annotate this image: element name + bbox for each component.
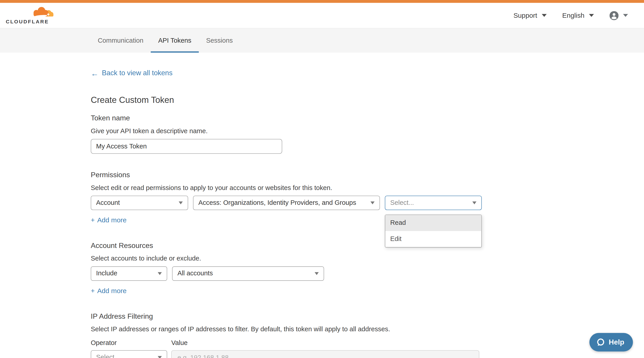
tab-communication[interactable]: Communication [90,28,151,53]
support-menu[interactable]: Support [514,12,546,19]
logo-wordmark: CLOUDFLARE [6,19,53,25]
token-name-description: Give your API token a descriptive name. [91,127,644,135]
language-label: English [562,12,584,19]
chevron-down-icon [472,201,476,204]
help-button[interactable]: Help [590,333,633,351]
header: CLOUDFLARE Support English [0,3,644,28]
account-resources-row: Include All accounts [91,266,644,280]
menu-option-read[interactable]: Read [385,215,481,231]
permissions-description: Select edit or read permissions to apply… [91,184,644,191]
back-link[interactable]: ← Back to view all tokens [91,69,172,78]
ip-filtering-description: Select IP addresses or ranges of IP addr… [91,325,644,333]
cloudflare-cloud-icon [30,6,54,18]
chevron-down-icon [542,14,546,17]
value-label: Value [171,339,188,346]
ip-filtering-section: IP Address Filtering Select IP addresses… [91,312,644,358]
token-name-heading: Token name [91,114,644,122]
account-resources-heading: Account Resources [91,241,644,250]
resource-mode-dropdown[interactable]: Include [91,266,167,280]
permissions-row: Account Access: Organizations, Identity … [91,195,644,210]
permission-level-dropdown[interactable]: Select... [385,195,482,210]
permission-group-dropdown[interactable]: Access: Organizations, Identity Provider… [193,195,380,210]
plus-icon: + [91,287,95,295]
menu-option-edit[interactable]: Edit [385,231,481,247]
avatar-icon [610,11,618,20]
user-menu[interactable] [610,11,628,20]
permission-level-wrap: Select... Read Edit [385,195,482,210]
brand-top-bar [0,0,644,3]
help-button-label: Help [609,338,624,346]
chevron-down-icon [178,201,183,204]
account-resources-description: Select accounts to include or exclude. [91,255,644,262]
permission-group-value: Access: Organizations, Identity Provider… [198,199,356,206]
resource-scope-dropdown[interactable]: All accounts [172,266,324,280]
ip-value-input[interactable] [171,350,479,358]
chat-bubble-icon [596,338,605,347]
page-title: Create Custom Token [91,95,644,105]
chevron-down-icon [158,272,162,275]
add-resource-button[interactable]: + Add more [91,287,127,295]
permission-scope-value: Account [96,199,120,206]
tab-sessions[interactable]: Sessions [199,28,240,53]
ip-filtering-heading: IP Address Filtering [91,312,644,320]
permissions-heading: Permissions [91,170,644,179]
language-menu[interactable]: English [562,12,594,19]
ip-filter-row: Select... [91,350,644,358]
back-link-label: Back to view all tokens [102,69,172,78]
chevron-down-icon [314,272,319,275]
cloudflare-logo[interactable]: CLOUDFLARE [6,6,53,25]
arrow-left-icon: ← [91,69,99,77]
ip-operator-dropdown[interactable]: Select... [91,350,167,358]
chevron-down-icon [623,14,628,17]
permission-level-menu: Read Edit [385,214,482,247]
add-resource-label: Add more [97,287,126,295]
ip-operator-placeholder: Select... [96,353,120,358]
chevron-down-icon [370,201,374,204]
tab-api-tokens[interactable]: API Tokens [151,28,198,53]
token-name-input[interactable] [91,139,282,154]
operator-label: Operator [91,339,172,346]
permission-level-placeholder: Select... [390,199,414,206]
token-name-section: Token name Give your API token a descrip… [91,114,644,154]
support-label: Support [514,12,537,19]
chevron-down-icon [589,14,594,17]
chevron-down-icon [158,356,162,358]
resource-mode-value: Include [96,270,117,277]
add-permission-label: Add more [97,216,126,224]
page: CLOUDFLARE Support English Communicat [0,0,644,358]
plus-icon: + [91,216,95,224]
permissions-section: Permissions Select edit or read permissi… [91,170,644,224]
main-content: ← Back to view all tokens Create Custom … [0,53,644,358]
ip-label-row: Operator Value [91,339,644,346]
resource-scope-value: All accounts [178,270,213,277]
header-actions: Support English [514,11,628,20]
tab-bar: Communication API Tokens Sessions [0,28,644,53]
account-resources-section: Account Resources Select accounts to inc… [91,241,644,295]
add-permission-button[interactable]: + Add more [91,216,127,224]
permission-scope-dropdown[interactable]: Account [91,195,188,210]
